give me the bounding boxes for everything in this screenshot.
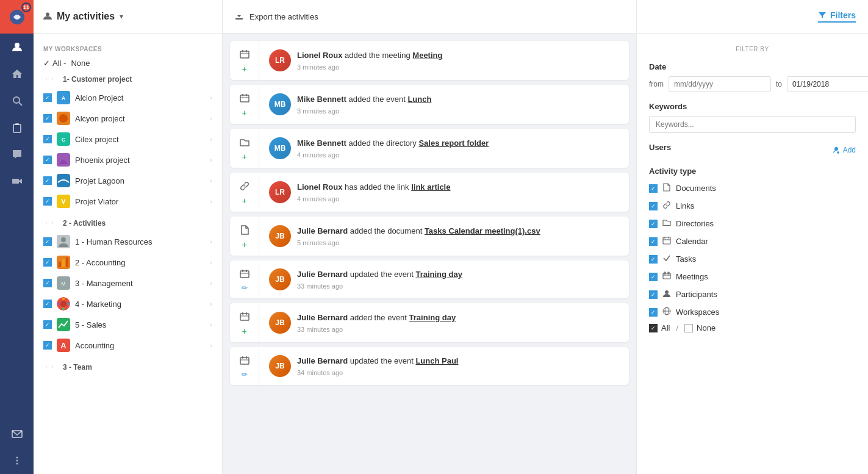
label-viator: Projet Viator [75,197,205,206]
date-from-input[interactable] [669,76,771,92]
all-none-row[interactable]: ✓ All - None [34,55,222,71]
export-button[interactable]: Export the activities [249,12,318,21]
label-phoenix: Phoenix project [75,156,205,165]
time-5: 5 minutes ago [297,239,619,246]
checkbox-cilex[interactable]: ✓ [43,135,52,143]
workspace-item-sales[interactable]: ✓ 5 - Sales › [34,314,222,335]
activity-body-1: LR Lionel Roux added the meeting Meeting… [259,41,629,80]
workspace-item-alcion[interactable]: ✓ A Alcion Project › [34,87,222,108]
svg-rect-45 [240,271,249,278]
activity-left-1: + [230,41,259,80]
checkbox-alcion[interactable]: ✓ [43,93,52,102]
checkbox-management[interactable]: ✓ [43,279,52,287]
arrow-lagoon: › [210,177,212,184]
checkbox-hr[interactable]: ✓ [43,237,52,246]
nav-icon-more[interactable] [0,447,34,474]
keywords-input[interactable] [649,116,856,133]
checkbox-accounting2[interactable]: ✓ [43,341,52,350]
time-3: 4 minutes ago [297,151,619,159]
checkbox-participants[interactable]: ✓ [649,290,658,299]
checkbox-accounting[interactable]: ✓ [43,258,52,267]
action-icon-6: ✏ [242,284,248,292]
nav-icon-clipboard[interactable] [0,114,34,141]
label-management: 3 - Management [75,279,205,288]
all-checkbox[interactable]: ✓ [43,59,50,68]
nav-icon-mail[interactable] [0,420,34,447]
svg-rect-25 [59,262,61,267]
workspace-item-hr[interactable]: ✓ 1 - Human Resources › [34,231,222,252]
checkbox-lagoon[interactable]: ✓ [43,176,52,185]
checkbox-sales[interactable]: ✓ [43,320,52,329]
checkbox-calendar[interactable]: ✓ [649,237,658,246]
workspace-item-phoenix[interactable]: ✓ Phoenix project › [34,149,222,170]
user-icon [43,12,52,22]
icon-phoenix [57,153,70,167]
type-documents[interactable]: ✓ Documents [649,182,856,195]
date-label: Date [649,62,856,71]
text-block-5: Julie Bernard added the document Tasks C… [297,226,619,246]
checkbox-tasks[interactable]: ✓ [649,255,658,264]
type-tasks[interactable]: ✓ Tasks [649,253,856,265]
arrow-alcion: › [210,94,212,101]
checkbox-links[interactable]: ✓ [649,202,658,210]
text-block-8: Julie Bernard updated the event Lunch Pa… [297,356,619,376]
checkbox-directories[interactable]: ✓ [649,220,658,228]
actor-2: Mike Bennett [297,95,346,104]
nav-icon-user[interactable] [0,34,34,60]
checkbox-viator[interactable]: ✓ [43,197,52,206]
type-directories[interactable]: ✓ Directories [649,217,856,230]
type-icon-5 [240,225,249,237]
label-sales: 5 - Sales [75,320,205,329]
checkbox-none-types[interactable] [684,324,693,332]
workspace-item-viator[interactable]: ✓ V Projet Viator › [34,191,222,212]
icon-alcyon [57,112,70,125]
label-accounting2: Accounting [75,341,205,350]
svg-rect-4 [13,124,21,132]
activities-container: + LR Lionel Roux added the meeting Meeti… [223,34,636,474]
nav-icon-chat[interactable] [0,141,34,168]
checkbox-workspaces[interactable]: ✓ [649,308,658,317]
workspace-item-marketing[interactable]: ✓ 4 - Marketing › [34,293,222,314]
nav-chevron[interactable]: ▾ [120,12,123,21]
type-meetings[interactable]: ✓ Meetings [649,270,856,283]
filters-button[interactable]: Filters [818,10,856,23]
type-participants[interactable]: ✓ Participants [649,288,856,301]
checkbox-documents[interactable]: ✓ [649,184,658,193]
workspace-item-cilex[interactable]: ✓ C Cilex project › [34,129,222,149]
date-to-input[interactable] [787,76,868,92]
checkbox-phoenix[interactable]: ✓ [43,156,52,164]
type-links[interactable]: ✓ Links [649,199,856,212]
action-icon-2: + [242,108,246,118]
add-user-button[interactable]: Add [833,146,856,154]
checkbox-alcyon[interactable]: ✓ [43,114,52,123]
checkbox-all-types[interactable]: ✓ [649,324,658,332]
arrow-accounting2: › [210,342,212,349]
svg-rect-5 [15,123,19,125]
svg-point-57 [834,147,838,151]
activity-type-label: Activity type [649,167,856,176]
to-label: to [776,80,782,88]
icon-documents [662,183,671,193]
type-workspaces[interactable]: ✓ Workspaces [649,306,856,318]
content-header: Export the activities [223,0,636,34]
workspace-item-accounting2[interactable]: ✓ A Accounting › [34,335,222,356]
nav-icon-video[interactable] [0,168,34,195]
svg-point-2 [13,97,20,103]
checkbox-meetings[interactable]: ✓ [649,273,658,281]
workspace-item-lagoon[interactable]: ✓ Projet Lagoon › [34,170,222,191]
nav-content: MY WORKSPACES ✓ All - None ⋮⋮ 1- Custome… [34,34,222,474]
avatar-7: JB [269,312,291,334]
app-logo[interactable]: 11 [0,0,34,34]
avatar-5: JB [269,225,291,247]
activity-left-7: + [230,303,259,342]
nav-icon-home[interactable] [0,60,34,87]
activity-text-6: Julie Bernard updated the event Training… [297,269,619,280]
nav-icon-search[interactable] [0,87,34,114]
workspace-item-alcyon[interactable]: ✓ Alcyon project › [34,108,222,129]
svg-point-8 [16,457,18,459]
workspace-item-management[interactable]: ✓ M 3 - Management › [34,273,222,293]
checkbox-marketing[interactable]: ✓ [43,300,52,308]
type-calendar[interactable]: ✓ Calendar [649,235,856,248]
avatar-8: JB [269,355,291,377]
workspace-item-accounting[interactable]: ✓ 2 - Accounting › [34,252,222,273]
